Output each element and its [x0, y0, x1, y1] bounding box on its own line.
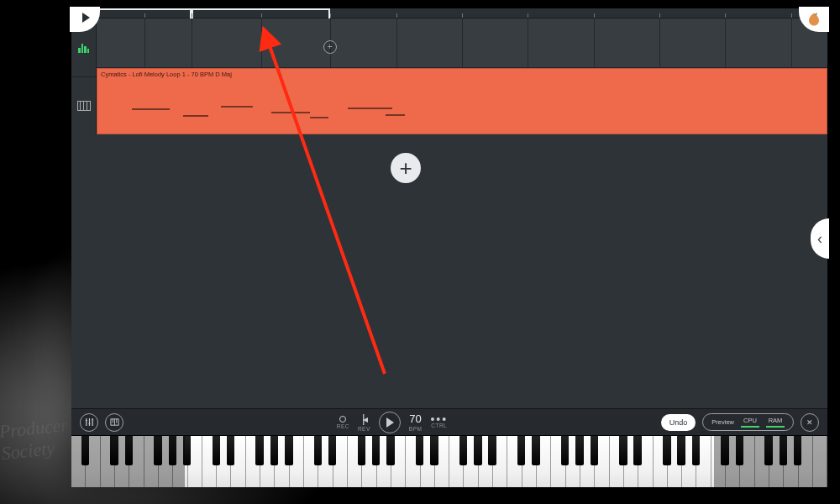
white-key[interactable] — [813, 436, 827, 487]
close-button[interactable]: ✕ — [801, 413, 819, 432]
cpu-meter: CPU — [741, 417, 759, 428]
play-button[interactable] — [379, 412, 401, 433]
mixer-icon — [85, 417, 94, 427]
rewind-button[interactable]: ǀ◂ REV — [358, 413, 370, 432]
undo-label: Undo — [669, 418, 688, 427]
black-key[interactable] — [488, 436, 496, 465]
black-key[interactable] — [474, 436, 481, 465]
add-track-button[interactable]: + — [391, 153, 421, 183]
black-key[interactable] — [81, 436, 89, 465]
transport-bar: REC ǀ◂ REV 70 BPM ••• CTRL Undo Previ — [71, 408, 827, 435]
black-key[interactable] — [314, 436, 322, 465]
tempo-control[interactable]: 70 BPM — [409, 412, 423, 432]
black-key[interactable] — [227, 436, 234, 465]
transport-center: REC ǀ◂ REV 70 BPM ••• CTRL — [337, 412, 448, 433]
black-key[interactable] — [764, 436, 772, 465]
bpm-value: 70 — [409, 412, 421, 425]
black-key[interactable] — [736, 436, 743, 465]
bpm-label: BPM — [409, 426, 423, 432]
plus-icon: + — [399, 155, 412, 181]
timeline-ruler[interactable] — [97, 8, 827, 18]
clip-midi-preview — [119, 104, 753, 122]
undo-button[interactable]: Undo — [661, 414, 696, 431]
close-icon: ✕ — [806, 418, 813, 427]
black-key[interactable] — [285, 436, 292, 465]
black-key[interactable] — [780, 436, 787, 465]
fruit-logo-icon — [806, 12, 822, 27]
black-key[interactable] — [575, 436, 583, 465]
black-key[interactable] — [255, 436, 263, 465]
track-header-clip[interactable] — [71, 76, 96, 134]
playlist-canvas[interactable]: + — [71, 134, 827, 408]
black-key[interactable] — [270, 436, 278, 465]
black-key[interactable] — [663, 436, 670, 465]
record-label: REC — [337, 423, 349, 429]
rewind-icon: ǀ◂ — [362, 413, 365, 425]
rewind-label: REV — [358, 426, 370, 432]
control-menu-button[interactable]: ••• CTRL — [430, 417, 448, 428]
play-icon — [82, 13, 90, 23]
ram-meter: RAM — [766, 417, 785, 428]
virtual-keyboard[interactable] — [71, 435, 827, 487]
black-key[interactable] — [125, 436, 133, 465]
keys-icon — [110, 417, 119, 427]
black-key[interactable] — [633, 436, 641, 465]
clip-title: Cymatics - Lofi Melody Loop 1 - 70 BPM D… — [101, 71, 232, 78]
black-key[interactable] — [372, 436, 380, 465]
record-icon — [339, 416, 346, 423]
black-key[interactable] — [561, 436, 569, 465]
playlist-header-area: Cymatics - Lofi Melody Loop 1 - 70 BPM D… — [71, 8, 827, 134]
play-icon — [386, 417, 394, 428]
black-key[interactable] — [416, 436, 423, 465]
black-key[interactable] — [677, 436, 685, 465]
black-key[interactable] — [358, 436, 365, 465]
black-key[interactable] — [794, 436, 801, 465]
black-key[interactable] — [721, 436, 728, 465]
ctrl-label: CTRL — [431, 423, 447, 428]
black-key[interactable] — [154, 436, 161, 465]
black-key[interactable] — [517, 436, 525, 465]
levels-icon — [78, 43, 89, 53]
preview-label: Preview — [711, 418, 734, 426]
record-button[interactable]: REC — [337, 416, 349, 429]
performance-pill[interactable]: Preview CPU RAM — [702, 413, 794, 431]
ellipsis-icon: ••• — [430, 417, 448, 422]
pianoroll-button[interactable] — [105, 413, 123, 432]
audio-clip[interactable]: Cymatics - Lofi Melody Loop 1 - 70 BPM D… — [97, 68, 827, 134]
app-window: ‹ — [71, 8, 827, 487]
black-key[interactable] — [532, 436, 539, 465]
black-key[interactable] — [386, 436, 394, 465]
black-key[interactable] — [213, 436, 220, 465]
black-key[interactable] — [328, 436, 336, 465]
black-key[interactable] — [591, 436, 598, 465]
black-key[interactable] — [619, 436, 627, 465]
black-key[interactable] — [430, 436, 438, 465]
black-key[interactable] — [183, 436, 191, 465]
black-key[interactable] — [110, 436, 118, 465]
clip-lane[interactable]: Cymatics - Lofi Melody Loop 1 - 70 BPM D… — [97, 68, 827, 134]
chevron-left-icon: ‹ — [817, 230, 822, 248]
add-automation-button[interactable] — [323, 40, 337, 54]
mixer-button[interactable] — [80, 413, 98, 432]
automation-lane[interactable] — [97, 18, 827, 68]
black-key[interactable] — [169, 436, 176, 465]
pianoroll-icon — [77, 101, 91, 111]
black-key[interactable] — [459, 436, 467, 465]
black-key[interactable] — [692, 436, 700, 465]
